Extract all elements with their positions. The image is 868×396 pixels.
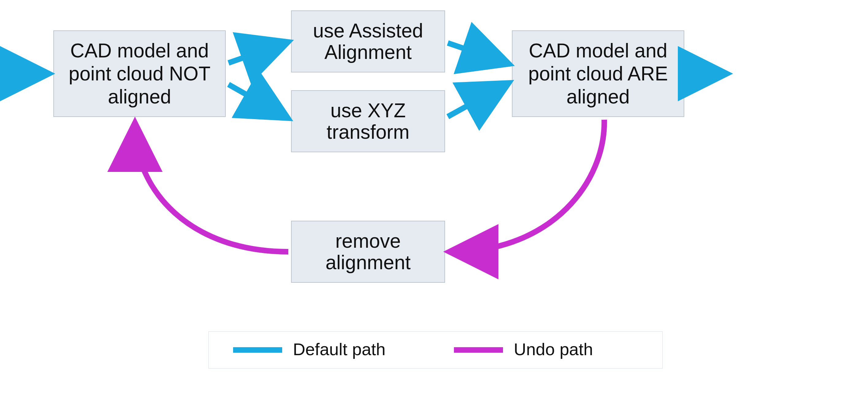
node-are-aligned-line1: CAD model and	[529, 39, 668, 62]
arrow-remove-to-notaligned	[135, 126, 288, 252]
node-xyz-transform: use XYZ transform	[291, 90, 445, 152]
node-remove-alignment: remove alignment	[291, 221, 445, 282]
node-xyz-line2: transform	[327, 121, 409, 143]
node-are-aligned-line3: aligned	[566, 86, 630, 108]
node-remove-line1: remove	[335, 230, 401, 252]
legend-default-label: Default path	[293, 340, 385, 359]
arrow-xyz-to-aligned	[448, 84, 506, 117]
node-assisted-line1: use Assisted	[313, 20, 423, 42]
node-xyz-line1: use XYZ	[330, 100, 405, 121]
node-assisted-line2: Alignment	[324, 41, 412, 63]
flow-diagram: CAD model and point cloud NOT aligned us…	[0, 0, 868, 396]
node-not-aligned-line3: aligned	[108, 86, 171, 108]
node-remove-line2: alignment	[326, 251, 411, 274]
node-not-aligned-line1: CAD model and	[70, 39, 209, 62]
arrow-aligned-to-remove	[453, 120, 604, 252]
legend: Default path Undo path	[209, 332, 662, 368]
arrow-to-xyz	[228, 84, 285, 117]
legend-undo-label: Undo path	[514, 340, 593, 359]
arrow-assisted-to-aligned	[448, 43, 506, 63]
node-are-aligned-line2: point cloud ARE	[528, 63, 668, 85]
node-are-aligned: CAD model and point cloud ARE aligned	[512, 31, 684, 117]
node-not-aligned-line2: point cloud NOT	[69, 63, 210, 85]
arrow-to-assisted	[228, 43, 285, 63]
node-not-aligned: CAD model and point cloud NOT aligned	[54, 31, 225, 117]
node-assisted-alignment: use Assisted Alignment	[291, 11, 445, 72]
